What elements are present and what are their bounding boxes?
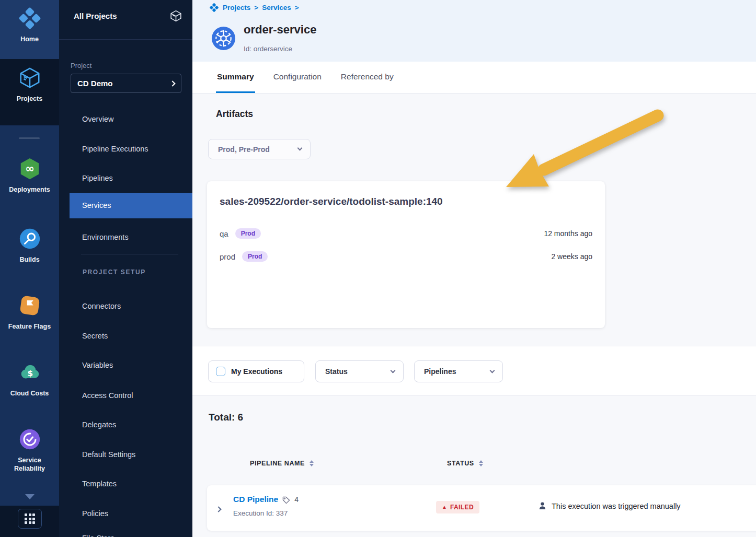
breadcrumb: Projects > Services > [209,3,299,13]
sidebar-item-variables[interactable]: Variables [59,358,192,372]
rail-label: Home [5,36,55,44]
chevron-right-icon [169,80,175,86]
sidebar-item-environments[interactable]: Environments [59,230,192,244]
executions-filter-bar: My Executions Status Pipelines [192,346,756,396]
warning-triangle-icon: ▲ [442,505,447,510]
env-type-badge: Prod [235,228,261,239]
rail-item-service-reliability[interactable]: Service Reliability [0,427,59,473]
status-filter-label: Status [325,367,391,376]
tab-bar: Summary Configuration Referenced by [192,62,756,94]
sidebar-item-default-settings[interactable]: Default Settings [59,447,192,462]
project-name: CD Demo [77,79,170,88]
trigger-text: This execution was triggered manually [552,502,681,510]
pipelines-filter-dropdown[interactable]: Pipelines [414,360,503,382]
artifacts-heading: Artifacts [216,109,253,120]
tab-summary[interactable]: Summary [216,62,255,93]
column-label: STATUS [447,460,474,467]
project-cube-icon[interactable] [169,9,182,25]
sidebar-item-delegates[interactable]: Delegates [59,417,192,432]
sidebar-item-connectors[interactable]: Connectors [59,299,192,313]
sidebar-item-pipelines[interactable]: Pipelines [59,171,192,185]
column-header-pipeline-name[interactable]: PIPELINE NAME [250,460,314,467]
rail-label: Deployments [5,186,55,194]
svg-text:$: $ [27,369,33,378]
all-projects-link[interactable]: All Projects [74,11,117,20]
pipeline-name-link[interactable]: CD Pipeline [233,495,278,504]
sidebar-item-pipeline-executions[interactable]: Pipeline Executions [59,142,192,156]
env-name: prod [220,252,235,261]
column-header-status[interactable]: STATUS [447,460,483,467]
env-filter-dropdown[interactable]: Prod, Pre-Prod [208,139,311,159]
rail-item-deployments[interactable]: ∞ Deployments [0,157,59,194]
builds-icon [18,227,42,253]
artifact-env-row: qa Prod 12 months ago [220,227,592,240]
breadcrumb-projects[interactable]: Projects [223,4,250,11]
sidebar-item-access-control[interactable]: Access Control [59,388,192,403]
env-filter-value: Prod, Pre-Prod [218,145,298,154]
rail-label: Projects [5,95,55,103]
module-switcher-button[interactable] [18,509,42,529]
rail-collapse-chevron-icon[interactable] [25,494,35,499]
rail-item-cloud-costs[interactable]: $ Cloud Costs [0,360,59,398]
harness-logo-icon [209,3,219,13]
pipelines-filter-label: Pipelines [424,367,490,376]
artifact-title: sales-209522/order-service/todolist-samp… [220,196,443,207]
env-type-badge: Prod [242,251,268,262]
apps-grid-icon [25,513,35,524]
tab-referenced-by[interactable]: Referenced by [340,62,395,93]
column-label: PIPELINE NAME [250,460,305,467]
sidebar-item-services[interactable]: Services [70,193,192,218]
artifact-card: sales-209522/order-service/todolist-samp… [207,181,605,328]
tag-icon [282,496,290,504]
projects-cube-icon [18,66,42,92]
rail-label: Service Reliability [5,457,55,473]
sidebar-item-file-store[interactable]: File Store [82,534,114,537]
my-executions-toggle[interactable]: My Executions [208,360,304,382]
tab-configuration[interactable]: Configuration [272,62,323,93]
rail-divider [19,137,40,139]
project-setup-heading: PROJECT SETUP [83,268,146,276]
project-sidebar: All Projects Project CD Demo Overview Pi… [59,0,192,537]
sidebar-divider [59,39,192,40]
page-header: Projects > Services > order-service Id: … [192,0,756,62]
rail-item-feature-flags[interactable]: Feature Flags [0,294,59,331]
status-text: FAILED [450,504,474,511]
sidebar-item-overview[interactable]: Overview [59,112,192,126]
my-executions-checkbox[interactable] [216,367,225,376]
feature-flags-icon [18,294,42,320]
kubernetes-icon [211,26,236,53]
artifact-env-row: prod Prod 2 weeks ago [220,250,592,263]
tag-count: 4 [294,495,299,504]
total-count: Total: 6 [209,412,243,423]
sort-icon [310,460,314,466]
sidebar-divider [81,254,178,254]
executions-table-header: PIPELINE NAME STATUS [192,460,756,470]
page-title: order-service [244,23,316,37]
expand-chevron-icon[interactable] [216,504,221,513]
rail-item-projects[interactable]: Projects [0,66,59,103]
chevron-down-icon [391,368,396,373]
sidebar-item-policies[interactable]: Policies [59,506,192,521]
pipeline-name-line: CD Pipeline 4 [233,495,299,504]
deploy-time: 2 weeks ago [551,252,592,261]
project-selector[interactable]: CD Demo [71,74,181,93]
project-label: Project [71,62,91,69]
cloud-costs-icon: $ [18,360,42,387]
breadcrumb-services[interactable]: Services [262,4,291,11]
harness-home-icon [18,6,42,32]
chevron-down-icon [297,146,303,151]
rail-label: Cloud Costs [5,390,55,398]
module-rail: Home Projects ∞ Deployments Builds [0,0,59,537]
chevron-down-icon [490,368,495,373]
service-id: Id: orderservice [244,45,292,53]
sidebar-item-secrets[interactable]: Secrets [59,329,192,343]
execution-row[interactable]: CD Pipeline 4 Execution Id: 337 ▲ FAILED… [207,485,756,531]
rail-item-builds[interactable]: Builds [0,227,59,264]
sidebar-item-templates[interactable]: Templates [59,476,192,491]
breadcrumb-separator: > [295,4,299,11]
svg-text:∞: ∞ [25,162,35,175]
status-filter-dropdown[interactable]: Status [315,360,404,382]
breadcrumb-separator: > [254,4,258,11]
status-badge: ▲ FAILED [436,501,479,513]
rail-item-home[interactable]: Home [0,6,59,44]
